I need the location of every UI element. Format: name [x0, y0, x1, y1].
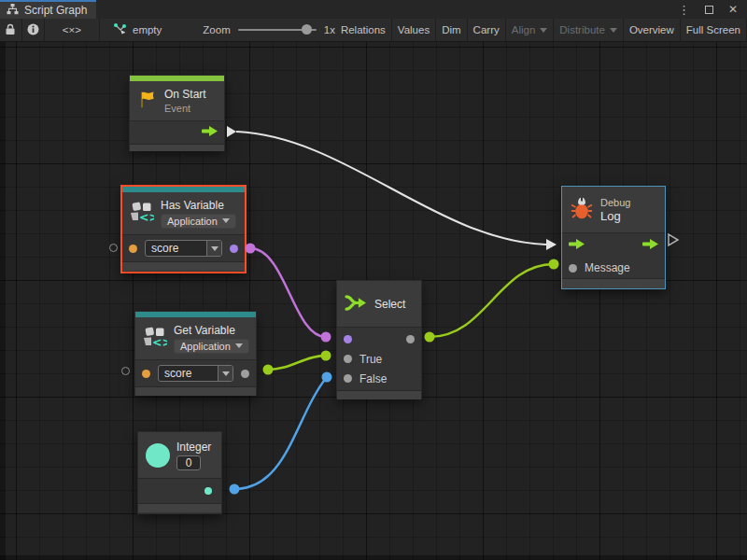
value-output-port[interactable] [241, 370, 249, 378]
selection-indicator: empty [113, 19, 162, 41]
message-port-label: Message [585, 261, 630, 274]
message-input-port[interactable] [569, 264, 577, 273]
chevron-down-icon [206, 241, 221, 256]
zoom-label: Zoom [203, 24, 230, 35]
node-category: Debug [600, 197, 630, 208]
node-title: On Start [164, 88, 206, 101]
true-port-label: True [359, 353, 382, 366]
full-screen-button[interactable]: Full Screen [681, 19, 747, 41]
chevron-down-icon [222, 218, 230, 223]
unconnected-input-marker[interactable] [121, 367, 130, 375]
chevron-down-icon [540, 28, 547, 33]
embed-graph-button[interactable]: <×> [45, 19, 100, 41]
info-icon [27, 23, 39, 37]
node-select[interactable]: Select True False [336, 280, 422, 399]
variable-name-select[interactable]: score [158, 365, 233, 382]
selection-status: empty [133, 24, 162, 35]
false-input-port[interactable] [344, 374, 352, 383]
result-output-port[interactable] [230, 245, 238, 253]
true-input-port[interactable] [344, 355, 352, 363]
script-graph-window: Script Graph ⋮ ✕ [0, 0, 747, 560]
graph-icon [7, 4, 19, 18]
flow-input-port[interactable] [569, 239, 585, 252]
unconnected-input-marker[interactable] [109, 244, 118, 252]
node-title: Get Variable [174, 324, 249, 337]
node-has-variable[interactable]: <> Has Variable Application score [120, 185, 247, 273]
variables-icon: <> [143, 326, 167, 351]
titlebar: Script Graph ⋮ ✕ [0, 0, 747, 19]
flag-icon [137, 90, 158, 113]
info-button[interactable] [22, 19, 45, 41]
integer-icon [146, 443, 170, 468]
svg-text:<>: <> [152, 335, 167, 349]
zoom-value: 1x [324, 24, 335, 35]
dim-button[interactable]: Dim [436, 19, 467, 41]
node-title: Integer [176, 441, 211, 454]
node-title: Select [374, 298, 405, 311]
selection-output-port[interactable] [406, 335, 415, 343]
variables-icon: <> [130, 201, 154, 226]
variable-scope-dropdown[interactable]: Application [174, 339, 249, 354]
close-icon[interactable]: ✕ [728, 3, 738, 16]
variable-name-select[interactable]: score [145, 240, 222, 257]
zoom-slider[interactable] [238, 29, 317, 31]
window-controls: ⋮ ✕ [678, 0, 747, 19]
node-title: Log [600, 210, 630, 223]
chevron-down-icon [235, 343, 243, 348]
graph-toolbar: <×> empty Zoom 1x Relations Values [0, 19, 747, 42]
chevron-down-icon [610, 28, 617, 33]
values-button[interactable]: Values [392, 19, 436, 41]
tab-title: Script Graph [24, 4, 87, 17]
window-menu-icon[interactable]: ⋮ [678, 3, 690, 17]
overview-button[interactable]: Overview [624, 19, 681, 41]
svg-text:<>: <> [139, 210, 154, 224]
flow-output-port[interactable] [202, 126, 218, 139]
embed-icon: <×> [63, 24, 81, 35]
flow-output-port[interactable] [642, 239, 658, 252]
graph-pointer-icon [113, 22, 127, 37]
align-dropdown[interactable]: Align [506, 19, 555, 41]
value-output-port[interactable] [204, 487, 212, 495]
distribute-dropdown[interactable]: Distribute [554, 19, 624, 41]
node-subtitle: Event [164, 103, 206, 114]
zoom-control: Zoom 1x [203, 19, 335, 41]
node-title: Has Variable [161, 199, 236, 212]
variable-scope-dropdown[interactable]: Application [161, 214, 236, 229]
lock-icon [5, 23, 16, 37]
tab-script-graph[interactable]: Script Graph [0, 0, 96, 19]
integer-value-input[interactable]: 0 [176, 455, 201, 470]
name-input-port[interactable] [129, 245, 137, 253]
canvas-bottom-edge [0, 555, 747, 560]
node-debug-log[interactable]: Debug Log [561, 186, 666, 289]
node-integer[interactable]: Integer 0 [137, 431, 222, 514]
false-port-label: False [359, 372, 387, 385]
zoom-slider-handle[interactable] [302, 24, 312, 35]
condition-input-port[interactable] [344, 335, 352, 343]
node-on-start[interactable]: On Start Event [129, 75, 225, 151]
bug-icon [570, 196, 594, 223]
canvas-left-edge [0, 42, 6, 560]
select-icon [345, 293, 368, 315]
relations-button[interactable]: Relations [335, 19, 392, 41]
toolbar-right-group: Relations Values Dim Carry Align Distrib… [335, 19, 747, 41]
node-get-variable[interactable]: <> Get Variable Application score [134, 311, 257, 396]
carry-button[interactable]: Carry [468, 19, 506, 41]
maximize-icon[interactable] [705, 6, 713, 14]
name-input-port[interactable] [142, 370, 150, 378]
chevron-down-icon [218, 366, 233, 381]
lock-button[interactable] [0, 19, 22, 41]
